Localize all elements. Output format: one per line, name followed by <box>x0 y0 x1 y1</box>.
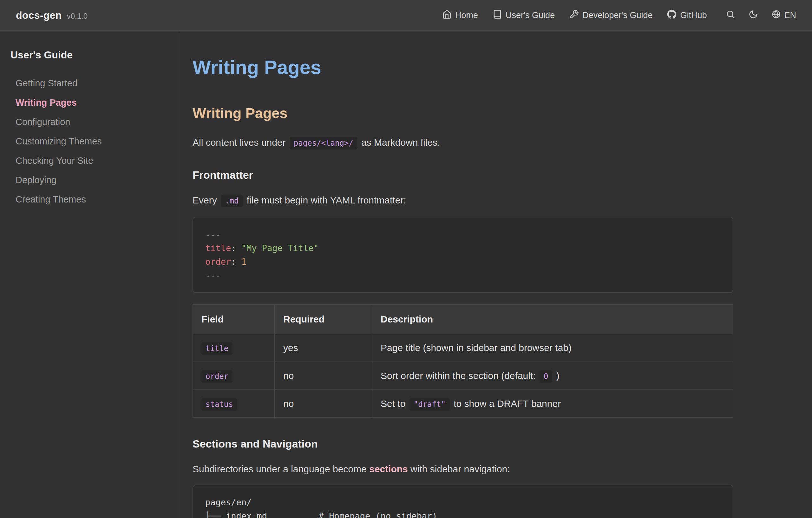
top-navbar: docs-gen v0.1.0 Home User's Guide Develo… <box>0 0 812 31</box>
moon-icon <box>749 9 758 21</box>
description-cell: Sort order within the section (default: … <box>372 362 733 390</box>
table-header-row: Field Required Description <box>193 305 733 334</box>
app-logo: docs-gen <box>16 9 62 21</box>
intro-paragraph: All content lives under pages/<lang>/ as… <box>193 136 733 149</box>
main-content: Writing Pages Writing Pages All content … <box>178 31 812 518</box>
field-code-title: title <box>201 342 232 355</box>
sidebar-item-getting-started[interactable]: Getting Started <box>16 74 168 93</box>
language-selector[interactable]: EN <box>772 9 796 21</box>
frontmatter-fields-table: Field Required Description title yes Pag… <box>193 304 733 418</box>
sidebar-item-configuration[interactable]: Configuration <box>16 112 168 132</box>
frontmatter-paragraph: Every .md file must begin with YAML fron… <box>193 194 733 207</box>
required-cell: no <box>275 390 372 418</box>
table-row: title yes Page title (shown in sidebar a… <box>193 334 733 362</box>
github-icon <box>667 9 676 21</box>
language-label: EN <box>784 10 796 20</box>
navbar-links: Home User's Guide Developer's Guide GitH… <box>428 9 796 21</box>
home-icon <box>442 9 452 21</box>
field-code-status: status <box>201 398 237 411</box>
description-cell: Page title (shown in sidebar and browser… <box>372 334 733 362</box>
sidebar-item-writing-pages[interactable]: Writing Pages <box>16 93 168 112</box>
sidebar-nav: Getting Started Writing Pages Configurat… <box>10 74 168 209</box>
directory-tree-code-block: pages/en/├── index.md # Homepage (no sid… <box>193 485 733 518</box>
nav-link-users-guide[interactable]: User's Guide <box>493 9 555 21</box>
sidebar-item-creating-themes[interactable]: Creating Themes <box>16 190 168 209</box>
app-version: v0.1.0 <box>67 12 88 21</box>
table-row: status no Set to "draft" to show a DRAFT… <box>193 390 733 418</box>
wrench-icon <box>569 9 579 21</box>
sections-paragraph: Subdirectories under a language become s… <box>193 463 733 476</box>
yaml-code-block: ---title: "My Page Title"order: 1--- <box>193 217 733 293</box>
inline-code-draft: "draft" <box>409 398 450 411</box>
sections-navigation-heading: Sections and Navigation <box>193 438 733 450</box>
frontmatter-heading: Frontmatter <box>193 169 733 181</box>
navbar-actions: EN <box>726 9 796 21</box>
nav-link-label: User's Guide <box>505 10 555 20</box>
column-header-description: Description <box>372 305 733 334</box>
nav-link-label: Home <box>455 10 478 20</box>
inline-code-md: .md <box>221 195 243 207</box>
sidebar-section-title: User's Guide <box>10 49 168 61</box>
column-header-field: Field <box>193 305 275 334</box>
theme-toggle-button[interactable] <box>749 9 758 21</box>
sidebar-item-checking-your-site[interactable]: Checking Your Site <box>16 151 168 170</box>
inline-code-zero: 0 <box>540 370 552 383</box>
nav-link-github[interactable]: GitHub <box>667 9 707 21</box>
search-button[interactable] <box>726 9 735 21</box>
required-cell: no <box>275 362 372 390</box>
sections-emphasis: sections <box>369 464 408 474</box>
brand[interactable]: docs-gen v0.1.0 <box>16 9 88 21</box>
column-header-required: Required <box>275 305 372 334</box>
search-icon <box>726 9 735 21</box>
nav-link-developers-guide[interactable]: Developer's Guide <box>569 9 652 21</box>
sidebar-item-deploying[interactable]: Deploying <box>16 170 168 190</box>
globe-icon <box>772 9 781 21</box>
nav-link-label: GitHub <box>680 10 707 20</box>
inline-code-pages-lang: pages/<lang>/ <box>290 137 357 149</box>
table-row: order no Sort order within the section (… <box>193 362 733 390</box>
page-title: Writing Pages <box>193 56 733 78</box>
nav-link-label: Developer's Guide <box>582 10 652 20</box>
required-cell: yes <box>275 334 372 362</box>
description-cell: Set to "draft" to show a DRAFT banner <box>372 390 733 418</box>
article-heading: Writing Pages <box>193 105 733 121</box>
sidebar-item-customizing-themes[interactable]: Customizing Themes <box>16 132 168 151</box>
nav-link-home[interactable]: Home <box>442 9 478 21</box>
book-icon <box>493 9 502 21</box>
sidebar: User's Guide Getting Started Writing Pag… <box>0 31 178 518</box>
docs-page: docs-gen v0.1.0 Home User's Guide Develo… <box>0 0 812 518</box>
field-code-order: order <box>201 370 232 383</box>
